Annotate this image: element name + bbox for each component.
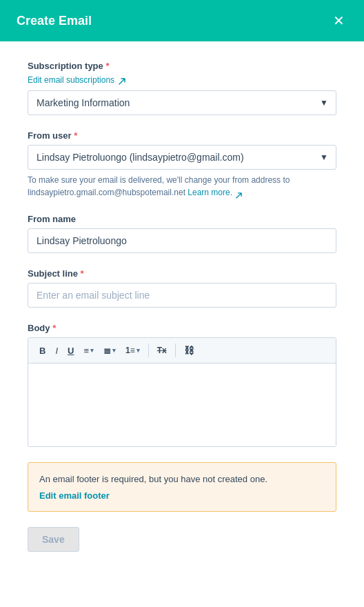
body-group: Body * B I U ≡ ▾ ≣ ▾ 1≡ (28, 323, 336, 447)
body-editor: B I U ≡ ▾ ≣ ▾ 1≡ ▾ (28, 337, 336, 447)
required-marker: * (81, 268, 84, 279)
modal-title: Create Email (17, 14, 92, 28)
from-user-select-wrapper: Lindsay Pietroluongo (lindsaypietro@gmai… (28, 145, 336, 170)
required-marker: * (105, 61, 109, 71)
create-email-modal: Create Email ✕ Subscription type * Edit … (0, 0, 364, 607)
from-name-group: From name (28, 214, 336, 253)
footer-notice-text: An email footer is required, but you hav… (39, 472, 325, 486)
edit-email-footer-link[interactable]: Edit email footer (39, 490, 110, 501)
modal-header: Create Email ✕ (0, 0, 364, 41)
subscription-type-select[interactable]: Marketing Information (28, 90, 336, 115)
subject-line-input[interactable] (28, 283, 336, 308)
from-user-group: From user * Lindsay Pietroluongo (lindsa… (28, 130, 336, 199)
chevron-down-icon: ▾ (90, 347, 94, 354)
required-marker: * (52, 323, 56, 333)
toolbar-divider (148, 344, 149, 357)
ordered-list-button[interactable]: 1≡ ▾ (121, 343, 144, 358)
external-link-icon (119, 77, 125, 84)
editor-toolbar: B I U ≡ ▾ ≣ ▾ 1≡ ▾ (28, 338, 336, 364)
modal-body: Subscription type * Edit email subscript… (0, 41, 364, 607)
chevron-down-icon: ▾ (136, 347, 140, 354)
close-button[interactable]: ✕ (330, 11, 347, 30)
save-button[interactable]: Save (28, 527, 79, 552)
chevron-down-icon: ▾ (112, 347, 116, 354)
from-user-select[interactable]: Lindsay Pietroluongo (lindsaypietro@gmai… (28, 145, 336, 170)
align-button[interactable]: ≡ ▾ (79, 343, 98, 359)
from-name-input[interactable] (28, 228, 336, 253)
subject-line-label: Subject line * (28, 268, 336, 279)
from-user-helper: To make sure your email is delivered, we… (28, 174, 336, 199)
from-user-label: From user * (28, 130, 336, 141)
toolbar-divider-2 (175, 344, 176, 357)
edit-subscriptions-link[interactable]: Edit email subscriptions (28, 75, 336, 85)
italic-button[interactable]: I (51, 343, 62, 359)
link-button[interactable]: ⛓ (180, 342, 198, 359)
subscription-type-label: Subscription type * (28, 61, 336, 71)
subscription-type-select-wrapper: Marketing Information ▼ (28, 90, 336, 115)
bullets-button[interactable]: ≣ ▾ (99, 343, 120, 359)
footer-notice: An email footer is required, but you hav… (28, 462, 336, 512)
from-name-label: From name (28, 214, 336, 224)
body-label: Body * (28, 323, 336, 333)
underline-button[interactable]: U (63, 343, 78, 359)
clear-formatting-button[interactable]: Tx (153, 343, 171, 358)
required-marker: * (74, 130, 77, 141)
subject-line-group: Subject line * (28, 268, 336, 308)
body-content-area[interactable] (28, 364, 336, 446)
learn-more-link[interactable]: Learn more. (188, 188, 242, 197)
bold-button[interactable]: B (35, 343, 50, 359)
subscription-type-group: Subscription type * Edit email subscript… (28, 61, 336, 115)
external-link-icon (236, 190, 242, 196)
